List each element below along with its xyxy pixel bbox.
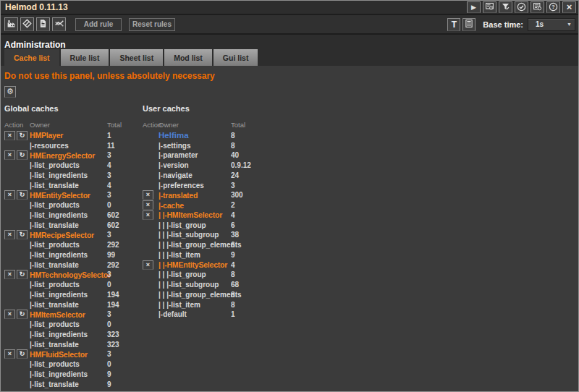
refresh-cache-button[interactable]: ↻: [17, 230, 28, 239]
run-button[interactable]: ▶: [467, 1, 481, 13]
tab-cache-list[interactable]: Cache list: [4, 49, 59, 66]
exchange-chart-icon: [54, 19, 64, 30]
delete-cache-button[interactable]: ×: [4, 230, 15, 239]
delete-cache-button[interactable]: ×: [143, 260, 153, 270]
cache-owner: | | |-list_group_elements: [159, 291, 231, 299]
list-settings-button[interactable]: [531, 1, 544, 13]
table-row: | | |-list_item9: [143, 250, 381, 260]
refresh-cache-button[interactable]: ↻: [17, 270, 28, 279]
advanced-settings-button[interactable]: ⚙: [4, 86, 16, 98]
tab-rule-list[interactable]: Rule list: [61, 49, 109, 66]
statistics-button[interactable]: [52, 17, 66, 31]
table-row: | | |-list_group8: [143, 270, 381, 280]
table-row: |-list_products0: [4, 280, 143, 290]
window-title: Helmod 0.11.13: [5, 2, 68, 12]
items-view-button[interactable]: [483, 1, 496, 13]
action-cell: ×↻: [4, 131, 30, 140]
cache-total: 1: [231, 310, 381, 318]
calculator-button[interactable]: [462, 18, 476, 31]
delete-cache-button[interactable]: ×: [143, 190, 153, 200]
table-row: |-list_translate602: [4, 220, 143, 230]
cache-total: 4: [107, 161, 143, 169]
cache-owner: |-list_products: [30, 161, 107, 169]
cache-owner: |-list_products: [30, 241, 107, 249]
cache-owner: | | |-list_item: [159, 251, 231, 259]
close-button[interactable]: ×: [562, 1, 576, 13]
column-header-owner: Owner: [30, 120, 107, 130]
cache-owner: |-list_translate: [30, 301, 107, 309]
cache-owner: |-list_ingredients: [30, 291, 107, 299]
filter-button[interactable]: [499, 1, 512, 13]
global-caches-heading: Global caches: [4, 104, 143, 113]
cache-total: 8: [231, 132, 381, 140]
delete-cache-button[interactable]: ×: [4, 150, 15, 160]
table-row: | | |-list_group6: [143, 220, 381, 230]
user-caches-header-row: ActionOwnerTotal: [143, 120, 381, 130]
admin-header: Administration: [1, 35, 578, 49]
base-time-dropdown[interactable]: 1s ▼: [528, 18, 575, 31]
action-cell: ×↻: [4, 310, 30, 319]
cache-owner: HMEnergySelector: [30, 151, 107, 160]
play-icon: ▶: [471, 4, 476, 11]
factory-icon: [7, 19, 16, 30]
cache-owner: |-parameter: [159, 151, 231, 159]
reset-rules-button[interactable]: Reset rules: [129, 18, 175, 31]
titlebar[interactable]: Helmod 0.11.13 ▶ ? ×: [1, 1, 578, 15]
refresh-cache-button[interactable]: ↻: [17, 150, 28, 160]
delete-cache-button[interactable]: ×: [143, 210, 153, 220]
refresh-cache-button[interactable]: ↻: [17, 310, 28, 319]
cache-total: 2: [231, 201, 381, 209]
production-line-button[interactable]: [4, 17, 18, 31]
table-row: | | |-list_subgroup38: [143, 230, 381, 240]
cache-owner: |-list_products: [30, 320, 107, 328]
table-row: |-list_ingredients602: [4, 210, 143, 221]
table-row: |-list_translate194: [4, 299, 143, 310]
cache-owner: |-list_products: [30, 281, 107, 289]
warning-text: Do not use this panel, unless absolutely…: [4, 71, 578, 81]
cache-owner: | | |-list_group: [159, 270, 231, 278]
table-row: |-list_products0: [4, 200, 143, 210]
cache-owner: |-list_translate: [30, 380, 107, 388]
cache-owner: |-default: [159, 310, 231, 318]
delete-cache-button[interactable]: ×: [4, 270, 15, 279]
cache-total: 194: [107, 291, 143, 299]
cache-total: 3: [107, 191, 143, 199]
cache-owner: |-list_translate: [30, 182, 107, 189]
table-row: | | |-list_item8: [143, 299, 381, 310]
tab-sheet-list[interactable]: Sheet list: [110, 49, 163, 66]
cache-total: 4: [107, 182, 143, 189]
tab-mod-list[interactable]: Mod list: [164, 49, 212, 66]
delete-cache-button[interactable]: ×: [4, 349, 15, 359]
tab-gui-list[interactable]: Gui list: [214, 49, 258, 66]
delete-cache-button[interactable]: ×: [4, 131, 15, 140]
table-row: |-default1: [143, 310, 381, 320]
table-row: ×|-cache2: [143, 200, 381, 210]
table-row: ×↻HMFluidSelector3: [4, 349, 143, 359]
add-rule-button[interactable]: Add rule: [75, 18, 122, 31]
refresh-cache-button[interactable]: ↻: [17, 349, 28, 359]
cache-owner: |-list_products: [30, 201, 107, 209]
table-row: Helfima8: [143, 131, 381, 141]
summary-button[interactable]: [36, 17, 50, 31]
cache-total: 8: [231, 301, 381, 309]
cache-owner: | |-HMItemSelector: [159, 210, 231, 219]
cache-total: 0: [107, 201, 143, 209]
delete-cache-button[interactable]: ×: [143, 200, 153, 210]
delete-cache-button[interactable]: ×: [4, 310, 15, 319]
cache-owner: |-list_translate: [30, 261, 107, 269]
document-icon: [38, 19, 48, 30]
validate-button[interactable]: [515, 1, 528, 13]
table-row: ×↻HMTechnologySelector3: [4, 270, 143, 280]
delete-cache-button[interactable]: ×: [4, 190, 15, 200]
refresh-cache-button[interactable]: ↻: [17, 190, 28, 200]
table-row: |-list_translate323: [4, 339, 143, 349]
table-row: | | |-list_subgroup68: [143, 280, 381, 290]
cache-owner: HMFluidSelector: [30, 350, 107, 359]
help-button[interactable]: ?: [546, 1, 560, 13]
toolbar: Add rule Reset rules T Base time: 1s ▼: [1, 15, 578, 35]
cache-total: 0: [107, 320, 143, 328]
ore-selector-button[interactable]: [20, 17, 34, 31]
text-mode-button[interactable]: T: [447, 18, 460, 31]
refresh-cache-button[interactable]: ↻: [17, 131, 28, 140]
ore-selector-icon: [22, 19, 32, 30]
